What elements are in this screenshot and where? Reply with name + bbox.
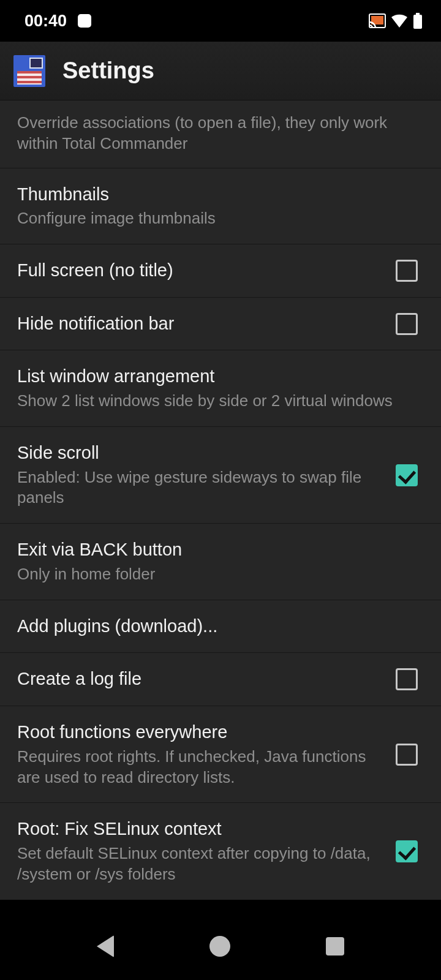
checkbox-root-functions-everywhere[interactable]	[396, 744, 418, 766]
row-title: Create a log file	[17, 668, 383, 691]
row-title: Root functions everywhere	[17, 721, 383, 744]
row-subtitle: Configure image thumbnails	[17, 208, 424, 229]
cast-icon	[369, 13, 386, 28]
status-indicator-icon	[78, 14, 91, 28]
nav-recent-icon[interactable]	[326, 937, 344, 956]
row-root-fix-selinux[interactable]: Root: Fix SELinux context Set default SE…	[0, 803, 441, 899]
checkbox-hide-notification-bar[interactable]	[396, 313, 418, 335]
row-title: Hide notification bar	[17, 312, 383, 336]
row-list-window-arrangement[interactable]: List window arrangement Show 2 list wind…	[0, 350, 441, 426]
row-override-associations[interactable]: Override associations (to open a file), …	[0, 100, 441, 168]
checkbox-side-scroll[interactable]	[396, 464, 418, 486]
svg-rect-2	[416, 13, 420, 15]
page-title: Settings	[62, 58, 154, 84]
battery-icon	[413, 13, 423, 29]
floppy-icon	[13, 55, 45, 87]
checkbox-full-screen[interactable]	[396, 260, 418, 282]
row-subtitle: Only in home folder	[17, 564, 424, 585]
row-root-functions-everywhere[interactable]: Root functions everywhere Requires root …	[0, 706, 441, 803]
row-subtitle: Enabled: Use wipe gesture sideways to sw…	[17, 467, 383, 509]
status-time: 00:40	[24, 12, 67, 31]
checkbox-create-log-file[interactable]	[396, 668, 418, 690]
row-thumbnails[interactable]: Thumbnails Configure image thumbnails	[0, 168, 441, 244]
row-hide-notification-bar[interactable]: Hide notification bar	[0, 298, 441, 351]
row-create-log-file[interactable]: Create a log file	[0, 653, 441, 706]
row-title: Side scroll	[17, 442, 383, 465]
row-title: Thumbnails	[17, 183, 424, 206]
row-subtitle: Requires root rights. If unchecked, Java…	[17, 747, 383, 788]
row-exit-via-back[interactable]: Exit via BACK button Only in home folder	[0, 524, 441, 600]
row-title: List window arrangement	[17, 365, 424, 388]
row-subtitle: Set default SELinux context after copyin…	[17, 843, 383, 885]
row-title: Exit via BACK button	[17, 538, 424, 562]
row-title: Full screen (no title)	[17, 259, 383, 282]
wifi-icon	[391, 14, 408, 28]
row-subtitle: Show 2 list windows side by side or 2 vi…	[17, 391, 424, 412]
row-full-screen[interactable]: Full screen (no title)	[0, 244, 441, 298]
app-header: Settings	[0, 42, 441, 100]
status-left: 00:40	[24, 12, 91, 31]
nav-home-icon[interactable]	[209, 936, 230, 957]
settings-list: Override associations (to open a file), …	[0, 100, 441, 900]
svg-rect-3	[413, 15, 422, 29]
checkbox-root-fix-selinux[interactable]	[396, 840, 418, 862]
navigation-bar	[0, 913, 441, 980]
nav-back-icon[interactable]	[97, 935, 114, 957]
row-subtitle: Override associations (to open a file), …	[17, 113, 424, 154]
status-right	[369, 13, 423, 29]
row-title: Add plugins (download)...	[17, 615, 424, 638]
row-title: Root: Fix SELinux context	[17, 818, 383, 841]
row-side-scroll[interactable]: Side scroll Enabled: Use wipe gesture si…	[0, 427, 441, 524]
row-add-plugins[interactable]: Add plugins (download)...	[0, 600, 441, 654]
status-bar: 00:40	[0, 0, 441, 42]
